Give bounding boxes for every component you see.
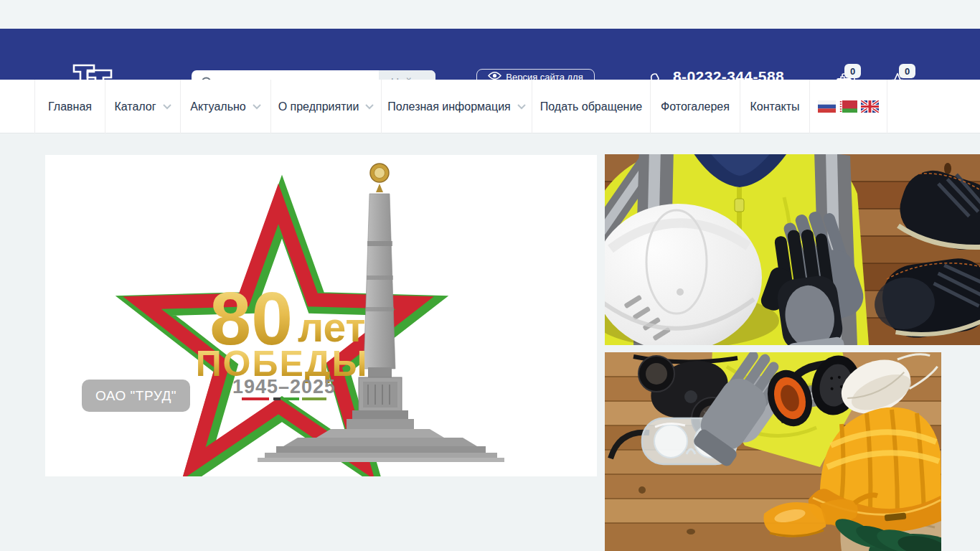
nav-label: Главная (48, 100, 92, 113)
banner-underline-marks (242, 397, 326, 400)
language-switcher (809, 80, 887, 133)
chevron-down-icon (517, 104, 526, 110)
hero-slider-victory-banner[interactable]: 80 лет ПОБЕДЫ 1945–2025 ОАО "ТРУД" (45, 155, 597, 476)
company-name-badge[interactable]: ОАО "ТРУД" (82, 380, 190, 412)
nav-item-about[interactable]: О предприятии (270, 80, 381, 133)
nav-spacer (0, 80, 34, 133)
nav-label: Каталог (114, 100, 156, 113)
nav-item-gallery[interactable]: Фотогалерея (650, 80, 740, 133)
ppe-equipment-photo[interactable] (605, 352, 941, 551)
chevron-down-icon (253, 104, 261, 110)
nav-label: О предприятии (278, 100, 359, 113)
nav-item-contacts[interactable]: Контакты (740, 80, 809, 133)
nav-item-home[interactable]: Главная (34, 80, 105, 133)
chevron-down-icon (163, 104, 171, 110)
belarusian-flag[interactable] (839, 100, 857, 113)
nav-item-useful-info[interactable]: Полезная информация (381, 80, 532, 133)
nav-item-catalog[interactable]: Каталог (105, 80, 180, 133)
page-root: РУД 1919 Найти Версия сайта для слабовид… (0, 0, 980, 551)
top-strip (0, 0, 980, 29)
nav-label: Полезная информация (387, 100, 511, 113)
english-flag[interactable] (861, 100, 879, 113)
hivis-workwear-photo[interactable] (605, 154, 980, 345)
nav-label: Подать обращение (540, 100, 642, 113)
nav-label: Фотогалерея (661, 100, 730, 113)
main-header: РУД 1919 Найти Версия сайта для слабовид… (0, 29, 980, 80)
nav-label: Актуально (190, 100, 245, 113)
nav-item-submit-appeal[interactable]: Подать обращение (532, 80, 650, 133)
main-navigation: Главная Каталог Актуально О предприятии … (0, 80, 980, 133)
chevron-down-icon (365, 104, 374, 110)
nav-label: Контакты (750, 100, 799, 113)
russian-flag[interactable] (818, 100, 836, 113)
favorites-count-badge: 0 (899, 64, 915, 78)
nav-item-actual[interactable]: Актуально (180, 80, 270, 133)
cart-count-badge: 0 (844, 64, 861, 78)
banner-years: 1945–2025 (232, 376, 336, 397)
